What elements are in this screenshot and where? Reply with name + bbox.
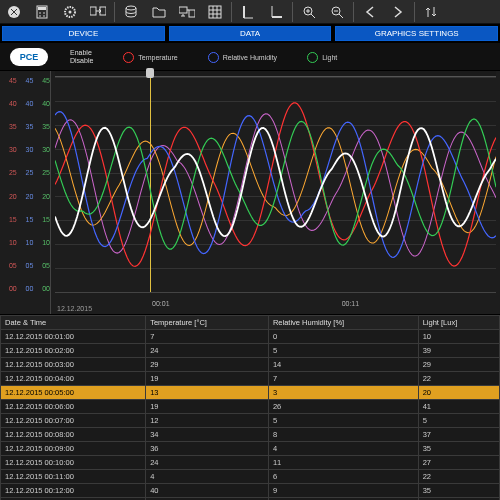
data-table: Date & TimeTemperature [°C]Relative Humi…: [0, 315, 500, 500]
svg-point-7: [39, 15, 41, 17]
table-row[interactable]: 12.12.2015 00:09:0036435: [1, 442, 500, 456]
svg-rect-16: [209, 6, 221, 18]
table-row[interactable]: 12.12.2015 00:03:00291429: [1, 358, 500, 372]
section-label-bar: DEVICE DATA GRAPHICS SETTINGS: [0, 24, 500, 44]
svg-point-6: [43, 12, 45, 14]
table-row[interactable]: 12.12.2015 00:06:00192641: [1, 400, 500, 414]
legend-light[interactable]: Light: [307, 52, 337, 63]
table-grid-icon[interactable]: [201, 0, 229, 24]
column-header[interactable]: Date & Time: [1, 316, 146, 330]
svg-point-5: [39, 12, 41, 14]
sort-icon[interactable]: [417, 0, 445, 24]
table-row[interactable]: 12.12.2015 00:08:0034837: [1, 428, 500, 442]
zoom-in-icon[interactable]: [295, 0, 323, 24]
device-sync-icon[interactable]: [84, 0, 112, 24]
axis-corner-icon[interactable]: [262, 0, 290, 24]
axis-left-icon[interactable]: [234, 0, 262, 24]
chart-area: 45403530252015100500 4540353025201510050…: [0, 70, 500, 315]
svg-rect-15: [189, 10, 195, 17]
toolbar: [0, 0, 500, 24]
calculator-icon[interactable]: [28, 0, 56, 24]
folder-icon[interactable]: [145, 0, 173, 24]
arrow-right-icon[interactable]: [384, 0, 412, 24]
svg-point-8: [43, 15, 45, 17]
device-label: DEVICE: [2, 26, 165, 41]
legend-temperature[interactable]: Temperature: [123, 52, 177, 63]
legend-bar: PCE EnableDisable Temperature Relative H…: [0, 44, 500, 70]
arrow-left-icon[interactable]: [356, 0, 384, 24]
close-icon[interactable]: [0, 0, 28, 24]
table-row[interactable]: 12.12.2015 00:05:0013320: [1, 386, 500, 400]
plot-area[interactable]: 00:01 00:11 12.12.2015: [50, 71, 500, 314]
graphics-label: GRAPHICS SETTINGS: [335, 26, 498, 41]
table-row[interactable]: 12.12.2015 00:11:004622: [1, 470, 500, 484]
display-transfer-icon[interactable]: [173, 0, 201, 24]
gear-icon[interactable]: [56, 0, 84, 24]
table-row[interactable]: 12.12.2015 00:01:007010: [1, 330, 500, 344]
column-header[interactable]: Light [Lux]: [418, 316, 499, 330]
legend-humidity[interactable]: Relative Humidity: [208, 52, 277, 63]
column-header[interactable]: Relative Humidity [%]: [268, 316, 418, 330]
svg-point-10: [69, 10, 72, 13]
database-icon[interactable]: [117, 0, 145, 24]
pce-logo: PCE: [10, 48, 48, 66]
svg-line-30: [339, 14, 343, 18]
column-header[interactable]: Temperature [°C]: [146, 316, 269, 330]
table-row[interactable]: 12.12.2015 00:04:0019722: [1, 372, 500, 386]
data-label: DATA: [169, 26, 332, 41]
enable-disable-label[interactable]: EnableDisable: [70, 49, 93, 65]
x-axis: 00:01 00:11 12.12.2015: [55, 292, 496, 314]
table-row[interactable]: 12.12.2015 00:07:001255: [1, 414, 500, 428]
table-header: Date & TimeTemperature [°C]Relative Humi…: [1, 316, 500, 330]
chart-lines: [55, 77, 496, 292]
zoom-out-icon[interactable]: [323, 0, 351, 24]
svg-rect-11: [90, 7, 96, 15]
table-row[interactable]: 12.12.2015 00:10:00241127: [1, 456, 500, 470]
svg-rect-14: [179, 7, 187, 13]
table-row[interactable]: 12.12.2015 00:02:0024539: [1, 344, 500, 358]
svg-point-13: [126, 6, 136, 10]
svg-rect-4: [38, 7, 46, 10]
y-axes: 45403530252015100500 4540353025201510050…: [0, 71, 50, 314]
table-row[interactable]: 12.12.2015 00:12:0040935: [1, 484, 500, 498]
svg-line-26: [311, 14, 315, 18]
